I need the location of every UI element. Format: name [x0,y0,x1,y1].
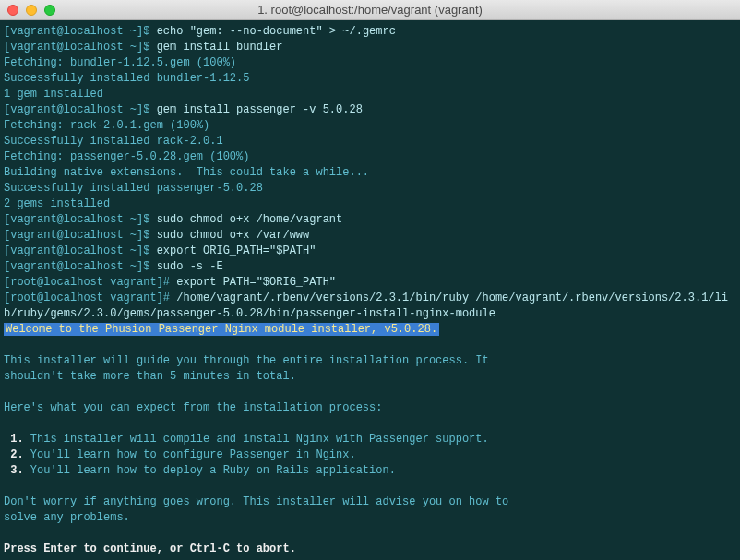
output-line: Successfully installed bundler-1.12.5 [4,72,249,85]
prompt: [vagrant@localhost ~]$ [4,103,157,116]
step-number: 3. [4,464,30,477]
window-titlebar: 1. root@localhost:/home/vagrant (vagrant… [0,0,740,20]
zoom-icon[interactable] [44,5,55,16]
step-number: 1. [4,433,30,446]
command: gem install bundler [157,41,283,54]
output-line: Fetching: passenger-5.0.28.gem (100%) [4,150,249,163]
command: export ORIG_PATH="$PATH" [157,244,316,257]
prompt: [vagrant@localhost ~]$ [4,213,157,226]
output-line: 1 gem installed [4,88,103,101]
terminal-content: [vagrant@localhost ~]$ echo "gem: --no-d… [4,24,736,557]
output-line: solve any problems. [4,511,130,524]
window-title: 1. root@localhost:/home/vagrant (vagrant… [0,3,740,17]
output-line: Successfully installed rack-2.0.1 [4,135,223,148]
minimize-icon[interactable] [26,5,37,16]
command: echo "gem: --no-document" > ~/.gemrc [157,25,396,38]
output-line: This installer will guide you through th… [4,354,489,367]
welcome-banner: Welcome to the Phusion Passenger Nginx m… [4,323,439,336]
command: gem install passenger -v 5.0.28 [157,103,363,116]
prompt-root: [root@localhost vagrant]# [4,276,176,289]
command: sudo chmod o+x /home/vagrant [157,213,343,226]
command: sudo -s -E [157,260,223,273]
step-text: You'll learn how to deploy a Ruby on Rai… [30,464,396,477]
step-number: 2. [4,448,30,461]
prompt-root: [root@localhost vagrant]# [4,292,176,304]
output-line: 2 gems installed [4,197,110,210]
prompt: [vagrant@localhost ~]$ [4,260,157,273]
output-line: Don't worry if anything goes wrong. This… [4,495,508,508]
prompt: [vagrant@localhost ~]$ [4,25,157,38]
close-icon[interactable] [7,5,18,16]
prompt: [vagrant@localhost ~]$ [4,41,157,54]
step-text: This installer will compile and install … [30,433,489,446]
traffic-lights [7,5,55,16]
output-line: shouldn't take more than 5 minutes in to… [4,370,296,383]
command: export PATH="$ORIG_PATH" [176,276,336,289]
output-line: Fetching: rack-2.0.1.gem (100%) [4,119,209,132]
output-line: Successfully installed passenger-5.0.28 [4,182,263,195]
command: sudo chmod o+x /var/www [157,229,310,242]
prompt: [vagrant@localhost ~]$ [4,244,157,257]
output-line: Fetching: bundler-1.12.5.gem (100%) [4,56,236,69]
prompt: [vagrant@localhost ~]$ [4,229,157,242]
prompt-continue: Press Enter to continue, or Ctrl-C to ab… [4,542,296,555]
output-line: Building native extensions. This could t… [4,166,369,179]
terminal-area[interactable]: [vagrant@localhost ~]$ echo "gem: --no-d… [0,20,740,560]
step-text: You'll learn how to configure Passenger … [30,448,356,461]
output-line: Here's what you can expect from the inst… [4,401,382,414]
